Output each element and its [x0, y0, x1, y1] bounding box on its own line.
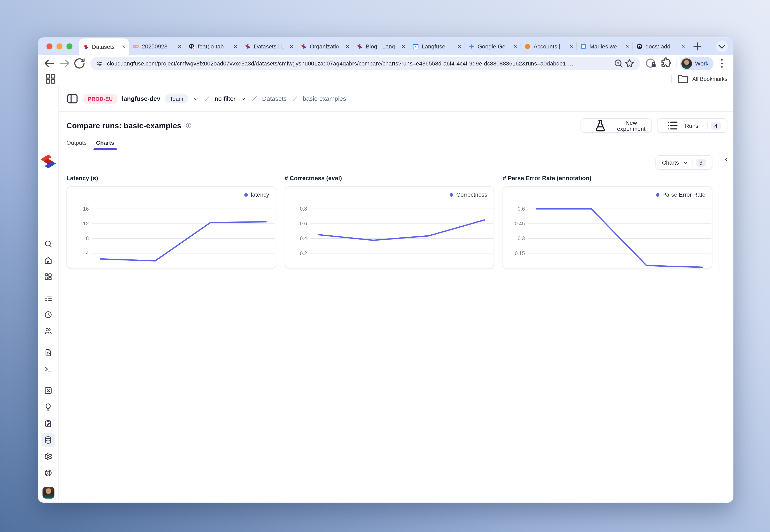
site-settings-icon[interactable]	[95, 60, 103, 67]
address-bar[interactable]: cloud.langfuse.com/project/cmfwgv8fx002o…	[90, 57, 640, 70]
sidebar-item-settings[interactable]	[41, 450, 55, 463]
search-icon	[44, 240, 52, 248]
chart-card[interactable]: 481216latency	[66, 186, 276, 269]
forward-button[interactable]	[58, 57, 71, 70]
org-switcher-chevron[interactable]	[193, 96, 199, 102]
langfuse-logo[interactable]	[38, 94, 59, 229]
apps-grid-icon	[44, 72, 57, 85]
close-window-button[interactable]	[46, 43, 52, 49]
tab-charts[interactable]: Charts	[96, 140, 114, 150]
all-bookmarks[interactable]: All Bookmarks	[670, 72, 727, 85]
tab-title: 20250923	[142, 43, 175, 49]
browser-menu-button[interactable]	[715, 57, 728, 70]
extensions-button[interactable]	[660, 57, 673, 70]
user-avatar[interactable]	[42, 487, 54, 499]
gear-icon	[44, 452, 52, 461]
close-tab-icon[interactable]: ×	[346, 43, 349, 49]
zoom-page-button[interactable]	[613, 57, 624, 70]
environment-badge: PROD-EU	[83, 94, 117, 104]
svg-text:8: 8	[86, 235, 89, 241]
langfuse-favicon	[82, 43, 89, 50]
breadcrumb-slash	[203, 95, 210, 102]
profile-label: Work	[695, 60, 709, 66]
browser-tab-10[interactable]: Marlies we×	[576, 37, 632, 55]
browser-tab-1[interactable]: Datasets | L×	[79, 38, 129, 55]
new-experiment-label: New experiment	[617, 119, 646, 131]
url-text[interactable]: cloud.langfuse.com/project/cmfwgv8fx002o…	[107, 60, 613, 66]
sidebar-item-playground[interactable]	[41, 362, 55, 376]
tab-title: Blog - Lang	[366, 43, 399, 49]
close-tab-icon[interactable]: ×	[402, 43, 405, 49]
sidebar-item-dashboards[interactable]	[41, 270, 55, 284]
collapse-rail	[718, 150, 733, 503]
new-tab-button[interactable]	[692, 40, 703, 52]
browser-window: Datasets | L×20250923×feat(io-tab×Datase…	[38, 37, 733, 502]
runs-count-badge: 4	[711, 122, 721, 130]
tab-search-button[interactable]	[716, 40, 728, 52]
browser-tab-4[interactable]: Datasets | L×	[241, 37, 297, 55]
sidebar-item-datasets[interactable]	[41, 433, 55, 447]
button-divider	[692, 159, 692, 166]
charts-selector-label: Charts	[662, 159, 679, 165]
tab-outputs[interactable]: Outputs	[66, 140, 86, 150]
buoy-icon	[44, 469, 52, 477]
new-experiment-button[interactable]: New experiment	[581, 118, 652, 133]
sidebar-item-support[interactable]	[41, 466, 55, 480]
sidebar-item-insights[interactable]	[41, 400, 55, 414]
filecode-icon	[44, 348, 52, 357]
reload-button[interactable]	[73, 57, 86, 70]
sidebar-toggle-button[interactable]	[66, 92, 79, 105]
project-switcher-chevron[interactable]	[240, 96, 246, 102]
close-tab-icon[interactable]: ×	[457, 43, 461, 49]
window-controls	[46, 43, 72, 49]
browser-tab-7[interactable]: 6Langfuse -×	[409, 37, 464, 55]
chart-card[interactable]: 0.20.40.60.8Correctness	[285, 186, 494, 269]
sidebar-item-search[interactable]	[41, 237, 55, 251]
back-button[interactable]	[43, 57, 56, 70]
sidebar-item-users[interactable]	[41, 324, 55, 338]
sidebar-item-annotation-queues[interactable]	[41, 417, 55, 430]
close-tab-icon[interactable]: ×	[178, 43, 181, 49]
close-tab-icon[interactable]: ×	[122, 44, 125, 50]
browser-tab-9[interactable]: Accounts |×	[520, 37, 576, 55]
project-name[interactable]: no-filter	[215, 95, 236, 102]
org-name[interactable]: langfuse-dev	[122, 95, 160, 102]
close-tab-icon[interactable]: ×	[626, 43, 629, 49]
puzzle-icon	[660, 57, 673, 70]
chart-card[interactable]: 0.150.30.450.6Parse Error Rate	[503, 186, 713, 269]
close-tab-icon[interactable]: ×	[234, 43, 237, 49]
close-tab-icon[interactable]: ×	[513, 43, 517, 49]
browser-tab-2[interactable]: 20250923×	[129, 37, 185, 55]
all-bookmarks-label: All Bookmarks	[692, 76, 728, 82]
chevron-down-icon	[702, 123, 704, 128]
browser-tab-6[interactable]: Blog - Lang×	[353, 37, 409, 55]
runs-selector-button[interactable]: Runs 4	[657, 118, 728, 133]
sidebar-item-tracing[interactable]	[41, 291, 55, 305]
info-icon[interactable]	[185, 122, 192, 129]
breadcrumb-datasets[interactable]: Datasets	[262, 95, 287, 102]
browser-tab-8[interactable]: Google Ge×	[465, 37, 520, 55]
charts-selector-button[interactable]: Charts 3	[656, 155, 713, 170]
apps-button[interactable]	[44, 72, 57, 85]
close-tab-icon[interactable]: ×	[290, 43, 293, 49]
langfuse-favicon	[244, 43, 251, 50]
sidebar-item-home[interactable]	[41, 253, 55, 267]
bookmark-star-button[interactable]	[624, 57, 635, 70]
minimize-window-button[interactable]	[56, 43, 62, 49]
collapse-panel-button[interactable]	[723, 156, 729, 163]
zoom-window-button[interactable]	[66, 43, 72, 49]
sidebar-item-scores[interactable]	[41, 384, 55, 397]
sidebar-item-sessions[interactable]	[41, 308, 55, 321]
breadcrumb-dataset-name[interactable]: basic-examples	[303, 95, 346, 102]
browser-tab-5[interactable]: Organizatio×	[297, 37, 353, 55]
password-manager-button[interactable]	[645, 57, 658, 70]
close-tab-icon[interactable]: ×	[569, 43, 573, 49]
browser-tab-3[interactable]: feat(io-tab×	[185, 37, 241, 55]
browser-tab-11[interactable]: docs: add×	[633, 37, 689, 55]
db-icon	[44, 436, 52, 444]
percent-icon	[44, 386, 52, 395]
close-tab-icon[interactable]: ×	[682, 43, 685, 49]
sidebar-item-prompts[interactable]	[41, 346, 55, 359]
profile-chip[interactable]: Work	[680, 57, 714, 70]
kebab-icon	[715, 57, 728, 70]
